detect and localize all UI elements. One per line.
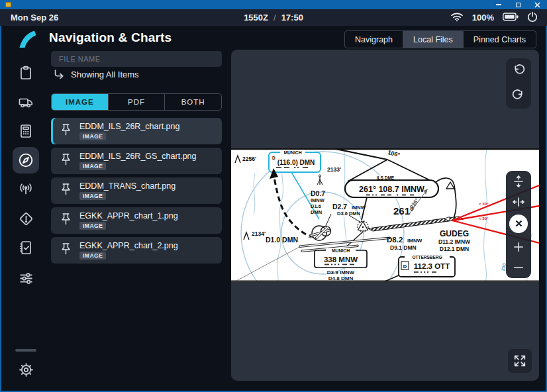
chart-label-peak-ne: 2256'	[242, 156, 256, 162]
file-search-input[interactable]	[51, 51, 222, 67]
chart-label-gudeg: GUDEG	[440, 229, 469, 238]
chart-label-d10: D1.0 DMN	[266, 236, 298, 244]
gear-icon	[18, 362, 34, 378]
tab-pinned-charts[interactable]: Pinned Charts	[464, 31, 536, 48]
chart-label-036: 036°	[408, 197, 421, 211]
source-tabs: Navigraph Local Files Pinned Charts	[344, 30, 536, 48]
clipboard-icon	[18, 65, 34, 81]
file-row-eddm-trans[interactable]: EDDM_TRANS_chart.png IMAGE	[51, 177, 222, 204]
file-type-filter: IMAGE PDF BOTH	[51, 93, 222, 111]
file-row-egkk-appr-2[interactable]: EGKK_APPR_chart_2.png IMAGE	[51, 237, 222, 264]
wifi-icon	[450, 12, 464, 24]
tab-navigraph[interactable]: Navigraph	[345, 31, 403, 48]
chart-label-note30b: < 30°	[479, 216, 489, 220]
chart-label-ott-d: D	[403, 264, 407, 270]
app-logo-icon	[17, 30, 37, 50]
file-row-egkk-appr-1[interactable]: EGKK_APPR_chart_1.png IMAGE	[51, 207, 222, 234]
chart-label-ndb-name: MUNICH	[332, 248, 350, 253]
file-row-eddm-ils-26r[interactable]: EDDM_ILS_26R_chart.png IMAGE	[51, 118, 222, 144]
chart-label-ils-dme: ILS DME	[377, 175, 395, 180]
fit-width-button[interactable]	[506, 191, 531, 212]
rotate-ccw-button[interactable]	[506, 58, 531, 83]
showing-all-items-label: Showing All Items	[71, 70, 139, 79]
chart-label-note30a: < 30°	[479, 201, 489, 206]
chart-label-ott-name: OTTERSBERG	[412, 255, 442, 260]
pin-icon	[60, 152, 72, 170]
sidebar-item-clipboard[interactable]	[13, 60, 39, 86]
chart-label-vor-freq: (116.0) DMN	[277, 159, 315, 166]
app-icon	[5, 2, 11, 7]
file-type-badge: IMAGE	[79, 132, 106, 140]
chart-label-vor-name: MUNICH	[283, 150, 301, 155]
rotate-cw-button[interactable]	[506, 83, 531, 109]
status-date: Mon Sep 26	[11, 13, 58, 23]
fullscreen-button[interactable]	[508, 349, 532, 373]
sidebar-item-radio[interactable]	[13, 176, 39, 203]
window-titlebar	[0, 0, 547, 9]
battery-icon	[503, 13, 519, 23]
filter-image[interactable]: IMAGE	[52, 94, 109, 110]
window-maximize-button[interactable]	[515, 1, 521, 8]
chart-label-d36: D3.6 DMN	[337, 211, 360, 217]
sidebar-item-checklist[interactable]	[13, 234, 39, 261]
rotate-controls	[506, 58, 531, 109]
tab-local-files[interactable]: Local Files	[403, 31, 464, 48]
sidebar-item-settings[interactable]	[13, 356, 39, 383]
ground-vehicle-icon	[18, 94, 34, 110]
window-close-button[interactable]	[534, 1, 540, 8]
power-icon[interactable]	[527, 11, 538, 24]
status-utc-time: 1550Z	[244, 13, 268, 23]
chart-canvas[interactable]: 2256' MUNICH D (116.0) DMN 106° 2133' IL…	[231, 148, 539, 282]
elbow-arrow-icon	[54, 70, 65, 79]
sliders-icon	[18, 270, 34, 287]
fit-height-button[interactable]	[506, 171, 531, 191]
file-type-badge: IMAGE	[79, 222, 106, 230]
chart-label-d16-id: DMN	[311, 209, 322, 215]
compass-icon	[17, 152, 34, 169]
sidebar-divider	[15, 349, 36, 352]
checklist-icon	[18, 240, 34, 256]
sidebar-item-hazards[interactable]	[13, 205, 39, 232]
calculator-icon	[18, 123, 34, 139]
filter-both[interactable]: BOTH	[165, 94, 221, 110]
sidebar-item-ground-vehicle[interactable]	[13, 89, 39, 115]
zoom-out-button[interactable]	[506, 258, 531, 278]
sidebar-item-filters[interactable]	[13, 265, 39, 291]
file-row-eddm-ils-26r-gs[interactable]: EDDM_ILS_26R_GS_chart.png IMAGE	[51, 148, 222, 174]
chart-label-d91: D9.1 DMN	[390, 244, 417, 251]
pin-icon	[60, 182, 72, 200]
file-name: EDDM_ILS_26R_chart.png	[79, 122, 179, 131]
chart-label-ils-box: 261° 108.7 IMNW	[359, 185, 424, 194]
close-chart-button[interactable]	[509, 215, 528, 232]
chart-label-d07: D0.7	[311, 189, 325, 197]
file-name: EGKK_APPR_chart_1.png	[79, 211, 178, 220]
page-title: Navigation & Charts	[49, 30, 172, 45]
app-window: Mon Sep 26 1550Z / 17:50 100%	[0, 0, 547, 392]
file-name: EGKK_APPR_chart_2.png	[79, 241, 178, 250]
sidebar-item-calculator[interactable]	[13, 118, 39, 144]
window-minimize-button[interactable]	[495, 1, 502, 8]
approach-chart-graphic: 2256' MUNICH D (116.0) DMN 106° 2133' IL…	[231, 148, 539, 282]
file-type-badge: IMAGE	[79, 252, 106, 260]
chart-tool-stack	[506, 171, 531, 278]
filter-pdf[interactable]: PDF	[109, 94, 166, 110]
pin-icon	[60, 122, 72, 140]
file-type-badge: IMAGE	[79, 192, 106, 200]
sidebar-item-navigation[interactable]	[13, 147, 39, 173]
status-bar: Mon Sep 26 1550Z / 17:50 100%	[0, 9, 547, 26]
chart-label-vor-d: D	[272, 156, 275, 160]
file-name: EDDM_TRANS_chart.png	[79, 181, 175, 191]
pin-icon	[60, 212, 72, 230]
showing-all-items-row: Showing All Items	[54, 70, 139, 79]
chart-label-d27: D2.7	[332, 203, 347, 211]
chart-viewer-panel: 2256' MUNICH D (116.0) DMN 106° 2133' IL…	[231, 50, 539, 381]
chart-label-peak-sw: 2134'	[252, 230, 266, 237]
chart-label-gudeg-d2: D12.1 DMN	[440, 246, 469, 252]
chart-label-route-brg: 106°	[387, 149, 401, 158]
file-name: EDDM_ILS_26R_GS_chart.png	[79, 152, 196, 161]
chart-label-d27-id: IMNW	[352, 205, 366, 211]
zoom-in-button[interactable]	[506, 237, 531, 258]
chart-label-obstacle-elev: 2133'	[327, 166, 341, 173]
battery-percent: 100%	[472, 13, 494, 23]
chart-label-ott-freq: 112.3 OTT	[414, 262, 450, 270]
